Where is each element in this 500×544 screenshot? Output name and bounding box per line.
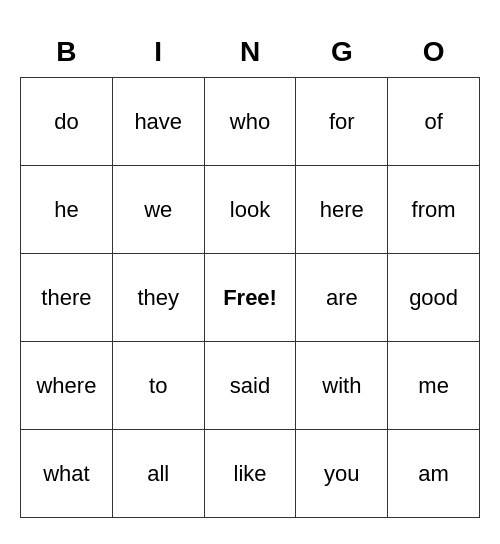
cell-r2-c1: they: [112, 254, 204, 342]
cell-r2-c2: Free!: [204, 254, 296, 342]
cell-r2-c3: are: [296, 254, 388, 342]
col-n: N: [204, 26, 296, 78]
table-row: whatalllikeyouam: [21, 430, 480, 518]
col-g: G: [296, 26, 388, 78]
cell-r3-c3: with: [296, 342, 388, 430]
cell-r3-c1: to: [112, 342, 204, 430]
cell-r2-c4: good: [388, 254, 480, 342]
cell-r1-c4: from: [388, 166, 480, 254]
cell-r2-c0: there: [21, 254, 113, 342]
col-i: I: [112, 26, 204, 78]
cell-r4-c0: what: [21, 430, 113, 518]
cell-r4-c3: you: [296, 430, 388, 518]
table-row: hewelookherefrom: [21, 166, 480, 254]
cell-r1-c0: he: [21, 166, 113, 254]
cell-r0-c3: for: [296, 78, 388, 166]
bingo-body: dohavewhoforofhewelookherefromtheretheyF…: [21, 78, 480, 518]
table-row: dohavewhoforof: [21, 78, 480, 166]
cell-r4-c1: all: [112, 430, 204, 518]
cell-r4-c2: like: [204, 430, 296, 518]
header-row: B I N G O: [21, 26, 480, 78]
col-o: O: [388, 26, 480, 78]
cell-r1-c1: we: [112, 166, 204, 254]
cell-r3-c0: where: [21, 342, 113, 430]
cell-r0-c4: of: [388, 78, 480, 166]
col-b: B: [21, 26, 113, 78]
cell-r4-c4: am: [388, 430, 480, 518]
cell-r0-c1: have: [112, 78, 204, 166]
cell-r1-c3: here: [296, 166, 388, 254]
cell-r0-c0: do: [21, 78, 113, 166]
cell-r0-c2: who: [204, 78, 296, 166]
cell-r3-c4: me: [388, 342, 480, 430]
table-row: wheretosaidwithme: [21, 342, 480, 430]
table-row: theretheyFree!aregood: [21, 254, 480, 342]
cell-r3-c2: said: [204, 342, 296, 430]
cell-r1-c2: look: [204, 166, 296, 254]
bingo-card: B I N G O dohavewhoforofhewelookherefrom…: [20, 26, 480, 519]
